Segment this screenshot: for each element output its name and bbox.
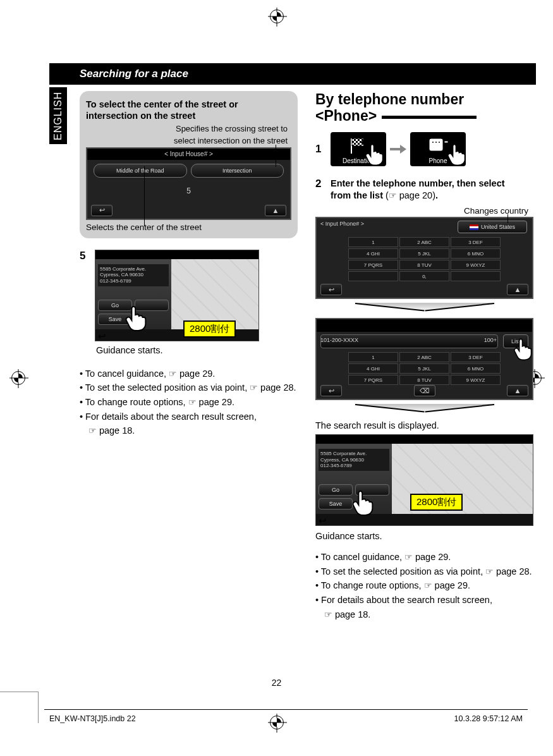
page-number: 22 [272,678,282,688]
svg-point-6 [435,142,437,143]
list-item: For details about the search result scre… [315,593,533,621]
address-box: 5585 Corporate Ave. Cypress, CA 90630 01… [98,264,169,286]
list-item: To cancel guidance, page 29. [80,367,298,381]
callout-text: Specifies the crossing street to [86,124,291,134]
keypad-key: 5 JKL [399,248,449,259]
keypad-key: 1 [348,237,398,247]
map-icon: ▲ [265,205,286,216]
info-box-title: To select the center of the street or in… [86,99,291,121]
pointer-icon [424,580,435,590]
keypad-key: 5 JKL [399,363,449,374]
heading-text: <Phone> [315,107,377,124]
chevron-down-icon [355,303,494,314]
back-icon: ↩ [91,205,112,216]
pointer-icon [324,609,335,619]
print-mark-icon [270,9,284,23]
keypad-key: 3 DEF [451,237,501,247]
left-column: To select the center of the street or in… [80,91,298,621]
phone-pattern: 101-200-XXXX [320,337,358,343]
address-line: 5585 Corporate Ave. [320,451,387,457]
device-screenshot: 5585 Corporate Ave. Cypress, CA 90630 01… [315,434,533,526]
pointer-icon [88,425,99,436]
footer-filename: EN_KW-NT3[J]5.indb 22 [49,714,136,723]
keypad-key: 2 ABC [399,352,449,362]
pointer-icon [485,566,496,576]
heading-text: By telephone number [315,91,464,107]
zoom-icon [511,515,530,524]
list-item: To change route options, page 29. [80,395,298,410]
device-screenshot: 101-200-XXXX 100+ List 1 2 ABC 3 DEF 4 G… [315,318,533,400]
caption-text: Guidance starts. [96,345,298,355]
keypad-key: 1 [348,352,398,362]
keypad-key: 2 ABC [399,237,449,247]
crop-mark-icon [38,692,39,723]
caption-text: Guidance starts. [315,531,533,541]
keypad-key: 6 MNO [451,248,501,259]
heading-rule-icon [382,116,477,119]
chevron-down-icon [355,404,494,415]
address-line: 5585 Corporate Ave. [100,266,167,272]
crop-mark-icon [0,692,38,692]
map-icon: ▲ [507,284,528,295]
flag-icon [470,224,478,230]
tap-hand-icon [513,337,535,361]
bullet-list: To cancel guidance, page 29. To set the … [315,550,533,621]
address-box: 5585 Corporate Ave. Cypress, CA 90630 01… [319,449,389,471]
callout-text: Changes country [315,206,533,216]
pointer-icon [250,382,260,393]
delete-icon: ⌫ [414,385,435,396]
pointer-icon [169,369,179,379]
arrow-icon [390,145,406,154]
caption-text: The search result is displayed. [315,420,533,430]
callout-text: Selects the center of the street [86,223,291,232]
list-item: To set the selected position as via poin… [80,381,298,395]
save-button: Save [319,498,353,509]
zoom-icon [237,331,256,339]
callout-text: select intersection on the street [86,136,291,146]
callout-line-icon [507,214,508,223]
keypad-key: 6 MNO [451,363,501,374]
list-item: To set the selected position as via poin… [315,564,533,579]
intersection-button: Intersection [191,164,284,178]
country-label: United States [481,224,515,230]
svg-rect-3 [429,138,443,151]
tap-hand-icon [352,489,376,516]
screen-title: < Input Phone# > [320,221,364,227]
annotation-tag: 2800割付 [183,320,236,338]
bullet-list: To cancel guidance, page 29. To set the … [80,367,298,438]
house-number-value: 5 [87,181,290,195]
keypad-key: 8 TUV [399,375,449,385]
svg-point-5 [432,142,434,143]
back-icon: ↩ [320,284,342,295]
step-instruction: Enter the telephone number, then select … [331,178,505,202]
tap-hand-icon [365,142,386,166]
back-icon: ↩ [98,331,117,339]
step-number: 1 [315,143,324,155]
callout-line-icon [144,166,145,226]
callout-line-icon [276,145,276,167]
language-tab: ENGLISH [49,87,67,144]
section-heading: By telephone number <Phone> [315,91,533,125]
result-count: 100+ [484,337,497,343]
address-line: 012-345-6789 [320,463,387,469]
pointer-icon [404,552,415,562]
print-mark-icon [11,371,25,385]
keypad-key: 9 WXYZ [451,375,501,385]
list-item: For details about the search result scre… [80,410,298,438]
step-number: 2 [315,178,324,190]
back-icon: ↩ [319,515,337,524]
screen-title: < Input House# > [87,149,290,160]
keypad-key: 0, [399,271,449,281]
map-icon: ▲ [507,385,528,396]
keypad-key: 4 GHI [348,363,398,374]
tap-hand-icon [125,304,149,332]
keypad-key [348,271,398,281]
footer-timestamp: 10.3.28 9:57:12 AM [454,714,523,723]
pointer-icon [389,190,399,200]
annotation-tag: 2800割付 [410,494,463,511]
info-box: To select the center of the street or in… [80,91,298,238]
address-line: Cypress, CA 90630 [320,457,387,463]
print-mark-icon [270,716,284,729]
svg-point-7 [439,142,440,143]
section-header: Searching for a place [49,63,536,85]
